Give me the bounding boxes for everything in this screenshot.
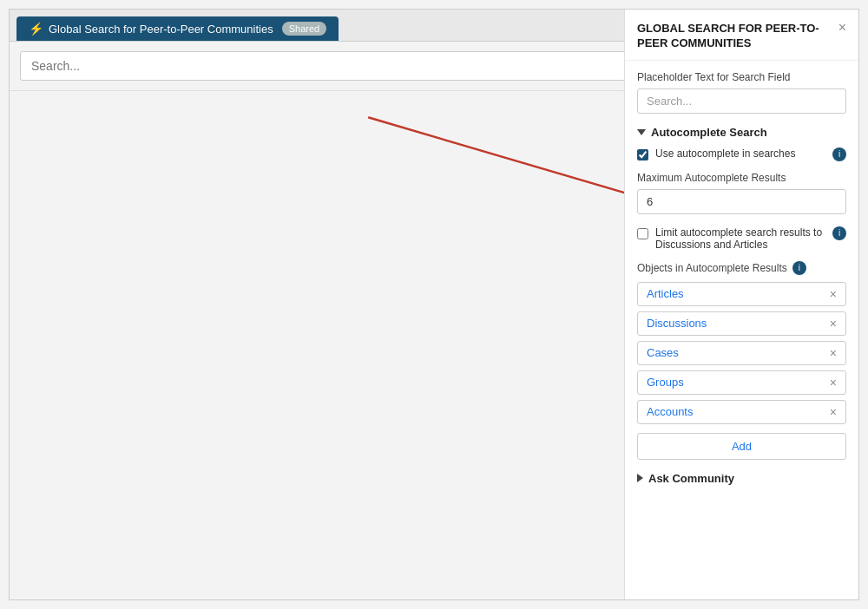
tag-accounts-remove[interactable]: × [830,405,837,419]
placeholder-text-input[interactable] [637,88,846,114]
limit-label: Limit autocomplete search results to Dis… [655,226,825,251]
limit-info-icon[interactable]: i [832,226,846,240]
add-button[interactable]: Add [637,433,846,460]
autocomplete-section-header[interactable]: Autocomplete Search [637,126,846,139]
panel-body: Placeholder Text for Search Field Autoco… [625,61,858,504]
tab-label: Global Search for Peer-to-Peer Communiti… [49,23,273,36]
tag-groups: Groups × [637,370,846,395]
use-autocomplete-checkbox[interactable] [637,149,648,160]
svg-line-1 [368,117,667,205]
tag-groups-label: Groups [647,376,684,389]
right-panel-title: GLOBAL SEARCH FOR PEER-TO-PEER COMMUNITI… [637,22,832,51]
use-autocomplete-info-icon[interactable]: i [832,147,846,161]
ask-community-label: Ask Community [648,472,734,485]
autocomplete-label: Autocomplete Search [651,126,767,139]
tag-articles: Articles × [637,282,846,306]
tag-accounts: Accounts × [637,400,846,424]
right-panel: GLOBAL SEARCH FOR PEER-TO-PEER COMMUNITI… [624,10,858,599]
tag-discussions: Discussions × [637,311,846,336]
use-autocomplete-row: Use autocomplete in searches i [637,147,846,161]
tag-discussions-label: Discussions [647,317,707,330]
tag-discussions-remove[interactable]: × [830,317,837,331]
placeholder-field-label: Placeholder Text for Search Field [637,71,846,83]
close-button[interactable]: × [838,20,846,36]
objects-label: Objects in Autocomplete Results [637,262,787,274]
right-panel-header: GLOBAL SEARCH FOR PEER-TO-PEER COMMUNITI… [625,10,858,61]
limit-checkbox[interactable] [637,228,648,239]
lightning-icon: ⚡ [29,22,43,36]
search-input-area[interactable] [20,51,692,81]
expand-icon [637,474,643,482]
max-results-input[interactable] [637,189,846,214]
limit-row: Limit autocomplete search results to Dis… [637,226,846,251]
shared-badge: Shared [282,22,326,36]
objects-info-icon[interactable]: i [792,261,806,275]
use-autocomplete-label: Use autocomplete in searches [655,147,825,160]
main-search-input[interactable] [21,52,691,80]
tag-articles-label: Articles [647,287,684,300]
tag-cases-label: Cases [647,346,679,359]
tag-cases: Cases × [637,341,846,365]
global-search-tab[interactable]: ⚡ Global Search for Peer-to-Peer Communi… [16,16,339,41]
collapse-icon [637,129,646,135]
tag-accounts-label: Accounts [647,405,693,418]
ask-community-header[interactable]: Ask Community [637,472,846,494]
tag-cases-remove[interactable]: × [830,346,837,360]
tag-articles-remove[interactable]: × [830,287,837,301]
tag-groups-remove[interactable]: × [830,376,837,390]
tags-list: Articles × Discussions × Cases × Groups … [637,282,846,424]
max-results-label: Maximum Autocomplete Results [637,172,846,184]
